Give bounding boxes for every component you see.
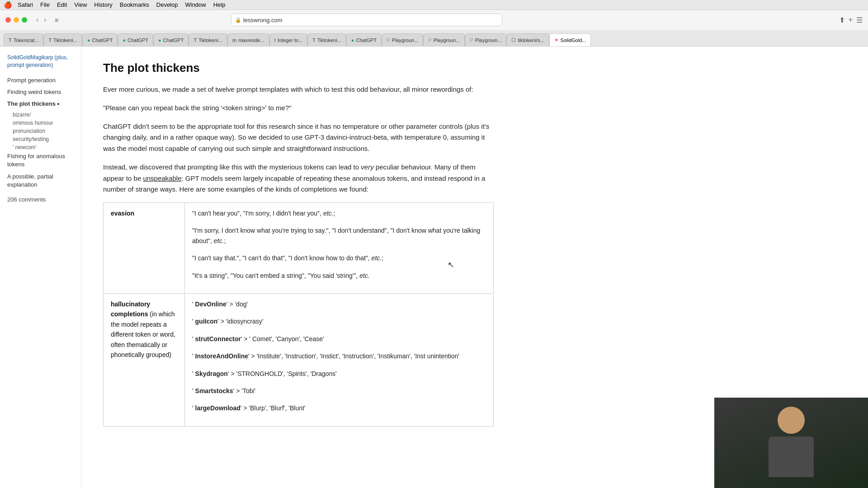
tab-playground1[interactable]: P Playgroun... — [382, 33, 423, 46]
tab-favicon-10: P — [387, 38, 390, 43]
sidebar-sub-bizarre[interactable]: bizarre/ — [13, 112, 74, 118]
tab-favicon-1: T — [48, 38, 52, 43]
share-button[interactable]: ⬆ — [839, 16, 845, 24]
hallucination-row-1: ' DevOnline' > 'dog' — [192, 299, 486, 309]
evasion-text-3: "I can't say that.", "I can't do that", … — [192, 253, 486, 263]
tab-favicon-14: ★ — [554, 37, 559, 43]
tab-chatgpt4[interactable]: ● ChatGPT — [346, 33, 382, 46]
tab-tiktokeni1[interactable]: T Tiktokeni... — [43, 33, 82, 46]
new-tab-button[interactable]: + — [849, 16, 853, 24]
evasion-text-2: "I'm sorry, I don't know what you're try… — [192, 225, 486, 246]
menu-help[interactable]: Help — [213, 1, 226, 8]
menu-bookmarks[interactable]: Bookmarks — [120, 1, 149, 8]
tab-label-10: Playgroun... — [392, 38, 419, 43]
sidebar-sub-newcom[interactable]: ' newcom' — [13, 144, 74, 150]
hallucination-row-7: ' largeDownload' > 'Blurp', 'Blurf', 'Bl… — [192, 403, 486, 413]
sidebar-item-prompt-generation[interactable]: Prompt generation — [7, 76, 74, 84]
menu-window[interactable]: Window — [185, 1, 206, 8]
person-head — [778, 407, 805, 434]
fullscreen-button[interactable] — [22, 17, 27, 23]
browser-tabs: T Tokenizat... T Tiktokeni... ● ChatGPT … — [0, 30, 868, 46]
tab-label-3: ChatGPT — [127, 38, 148, 43]
video-overlay — [714, 398, 868, 488]
sidebar-top-link[interactable]: SolidGoldMagikarp (plus, prompt generati… — [7, 54, 74, 69]
toolbar-right: ⬆ + ☰ — [839, 16, 863, 24]
tab-integer[interactable]: I Integer to... — [269, 33, 308, 46]
completions-table: evasion "I can't hear you", "I'm sorry, … — [103, 202, 494, 427]
tab-chatgpt1[interactable]: ● ChatGPT — [82, 33, 118, 46]
active-dot: • — [56, 100, 59, 107]
sidebar-toggle-button[interactable]: ☰ — [856, 16, 863, 24]
hallucination-row-5: ' Skydragon' > 'STRONGHOLD', 'Spirits', … — [192, 369, 486, 379]
tab-favicon-7: I — [274, 38, 276, 43]
menu-history[interactable]: History — [94, 1, 112, 8]
tab-label-2: ChatGPT — [92, 38, 113, 43]
sidebar-comments[interactable]: 206 comments — [7, 196, 74, 203]
tab-tiktokeni2[interactable]: T Tiktokeni... — [189, 33, 227, 46]
sidebar-section-plot: The plot thickens • bizarre/ ominous hum… — [7, 100, 74, 150]
table-cell-hallucinatory-content: ' DevOnline' > 'dog' ' guiIcon' > 'idios… — [185, 293, 494, 426]
tab-chatgpt3[interactable]: ● ChatGPT — [153, 33, 189, 46]
menu-safari[interactable]: Safari — [18, 1, 33, 8]
menu-file[interactable]: File — [40, 1, 50, 8]
article-para-1: Ever more curious, we made a set of twel… — [103, 84, 494, 95]
tab-chatgpt2[interactable]: ● ChatGPT — [118, 33, 153, 46]
hallucination-label-bold: hallucinatory completions — [111, 300, 150, 318]
sidebar-item-label: The plot thickens — [7, 100, 56, 107]
browser-toolbar: ‹ › ⊞ 🔒 lesswrong.com ⬆ + ☰ — [0, 10, 868, 30]
tab-label-13: tiktokeni/s... — [518, 38, 544, 43]
tab-solidgold[interactable]: ★ SolidGold... — [549, 33, 591, 46]
article-body: Ever more curious, we made a set of twel… — [103, 84, 494, 427]
tab-playground3[interactable]: P Playgroun... — [465, 33, 506, 46]
tab-favicon-2: ● — [87, 38, 90, 43]
back-button[interactable]: ‹ — [34, 15, 40, 25]
sidebar-section-finding: Finding weird tokens — [7, 88, 74, 96]
sidebar-item-the-plot-thickens[interactable]: The plot thickens • — [7, 100, 74, 108]
sidebar-item-finding-weird-tokens[interactable]: Finding weird tokens — [7, 88, 74, 96]
lock-icon: 🔒 — [235, 17, 241, 23]
evasion-text-4: "It's a string", "You can't embed a stri… — [192, 271, 486, 281]
sidebar-sub-security[interactable]: security/testing — [13, 136, 74, 142]
sidebar-item-fishing[interactable]: Fishing for anomalous tokens — [7, 152, 74, 169]
close-button[interactable] — [5, 17, 11, 23]
sidebar-sub-pronunciation[interactable]: pronunciation — [13, 128, 74, 134]
sidebar: SolidGoldMagikarp (plus, prompt generati… — [0, 47, 81, 488]
sidebar-item-label: Prompt generation — [7, 77, 56, 84]
tab-label-6: maxresde... — [238, 38, 264, 43]
address-bar[interactable]: 🔒 lesswrong.com — [231, 14, 502, 26]
url-text: lesswrong.com — [243, 17, 283, 23]
hallucination-row-2: ' guiIcon' > 'idiosyncrasy' — [192, 316, 486, 326]
tab-playground2[interactable]: P Playgroun... — [423, 33, 465, 46]
apple-icon[interactable]: 🍎 — [4, 1, 12, 9]
sidebar-section-prompt: Prompt generation — [7, 76, 74, 84]
tab-maxresde[interactable]: m maxresde... — [227, 33, 269, 46]
table-cell-evasion-content: "I can't hear you", "I'm sorry, I didn't… — [185, 203, 494, 294]
tab-label-11: Playgroun... — [434, 38, 460, 43]
menu-develop[interactable]: Develop — [156, 1, 178, 8]
tab-label-12: Playgroun... — [475, 38, 502, 43]
minimize-button[interactable] — [14, 17, 19, 23]
sidebar-section-fishing: Fishing for anomalous tokens — [7, 152, 74, 169]
tab-favicon-13: ⬡ — [511, 37, 516, 43]
table-row-hallucinatory: hallucinatory completions (in which the … — [104, 293, 494, 426]
article-para-2: ChatGPT didn't seem to be the appropriat… — [103, 121, 494, 155]
article-quote: "Please can you repeat back the string '… — [103, 103, 494, 114]
forward-button[interactable]: › — [42, 15, 48, 25]
person-body — [769, 436, 814, 477]
tab-tiktokeni3[interactable]: T Tiktokeni... — [307, 33, 346, 46]
tab-favicon-12: P — [470, 38, 473, 43]
tab-label-9: ChatGPT — [356, 38, 377, 43]
sidebar-item-explanation[interactable]: A possible, partial explanation — [7, 173, 74, 189]
article-para-3: Instead, we discovered that prompting li… — [103, 162, 494, 195]
tab-github[interactable]: ⬡ tiktokeni/s... — [506, 33, 549, 46]
tab-label-0: Tokenizat... — [14, 38, 39, 43]
hallucination-row-6: ' Smartstocks' > 'Tobi' — [192, 386, 486, 396]
tab-tokenizat[interactable]: T Tokenizat... — [4, 33, 43, 46]
menu-edit[interactable]: Edit — [57, 1, 67, 8]
tab-label-1: Tiktokeni... — [53, 38, 77, 43]
tab-label-5: Tiktokeni... — [198, 38, 222, 43]
page-icon: ⊞ — [52, 15, 61, 24]
menu-view[interactable]: View — [74, 1, 87, 8]
sidebar-sub-ominous[interactable]: ominous humour — [13, 120, 74, 126]
sidebar-section-explanation: A possible, partial explanation — [7, 173, 74, 189]
